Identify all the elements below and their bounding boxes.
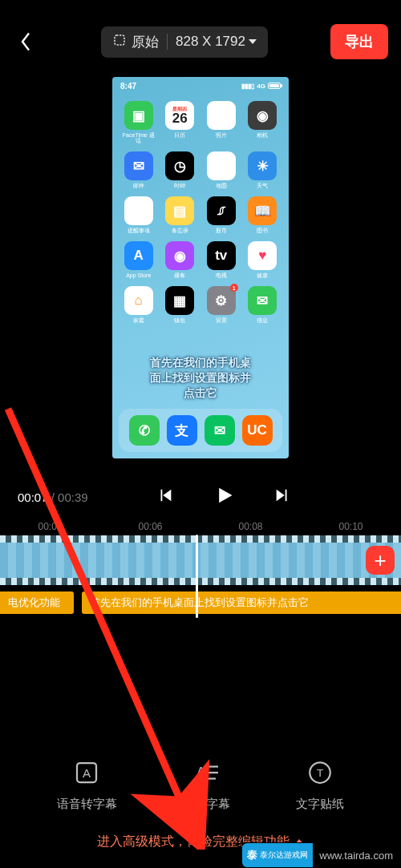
- dimensions-label: 828 X 1792: [176, 34, 245, 50]
- app-icon: ▦: [165, 286, 194, 315]
- tool-strip: A语音转字幕A电影字幕T文字贴纸: [0, 758, 401, 812]
- badge: 1: [230, 284, 238, 292]
- app-label: 家庭: [133, 317, 144, 323]
- app-label: 相机: [257, 132, 268, 138]
- app-icon: A: [124, 241, 153, 270]
- canvas-settings: 原始 828 X 1792: [101, 26, 268, 58]
- app-label: 天气: [257, 183, 268, 188]
- watermark-logo: 泰 泰尔达游戏网: [242, 843, 313, 867]
- app-icon: ◉: [248, 101, 277, 130]
- tool-label: 文字贴纸: [296, 797, 344, 812]
- phone-time: 8:47: [120, 82, 136, 91]
- phone-dock: ✆支✉UC: [119, 409, 282, 452]
- back-button[interactable]: [13, 29, 38, 55]
- tool-voice-sub[interactable]: A语音转字幕: [57, 758, 117, 812]
- rotate-icon: [112, 33, 127, 51]
- subtitle-track: 电优化功能 首先在我们的手机桌面上找到设置图标并点击它: [0, 591, 401, 614]
- ruler-tick: 00:08: [238, 521, 262, 532]
- app-8: ≣提醒事项: [124, 196, 153, 233]
- svg-text:A: A: [83, 766, 91, 780]
- sticker-icon: T: [306, 758, 334, 790]
- app-icon: ⚙1: [207, 286, 236, 315]
- dock-wechat: ✉: [205, 415, 235, 446]
- app-label: 时钟: [174, 183, 185, 188]
- app-label: 照片: [216, 132, 227, 138]
- playback-controls: 00:07 / 00:39: [0, 478, 401, 516]
- app-icon: 星期四26: [165, 101, 194, 130]
- time-current: 00:07: [18, 491, 48, 504]
- app-2: ✿照片: [207, 101, 236, 143]
- app-17: ▦钱包: [165, 286, 194, 323]
- time-total: 00:39: [58, 491, 88, 504]
- subtitle-clip[interactable]: 电优化功能: [0, 591, 74, 614]
- app-icon: ⎎: [207, 196, 236, 225]
- orientation-button[interactable]: 原始: [112, 33, 159, 51]
- prev-frame-button[interactable]: [156, 486, 174, 507]
- app-18: ⚙1设置: [207, 286, 236, 323]
- dimensions-dropdown[interactable]: 828 X 1792: [176, 34, 257, 50]
- app-label: 股市: [216, 228, 227, 233]
- svg-text:A: A: [196, 765, 205, 779]
- app-5: ◷时钟: [165, 151, 194, 188]
- play-button[interactable]: [213, 484, 235, 510]
- app-4: ✉邮件: [124, 151, 153, 188]
- ruler-tick: 00:10: [338, 521, 363, 532]
- app-15: ♥健康: [248, 241, 277, 278]
- app-7: ☀天气: [248, 151, 277, 188]
- app-icon: ☀: [248, 151, 277, 180]
- app-3: ◉相机: [248, 101, 277, 143]
- signal-label: 4G: [257, 83, 265, 90]
- app-0: ▣FaceTime 通话: [120, 101, 157, 143]
- app-icon: ◷: [165, 151, 194, 180]
- tool-label: 语音转字幕: [57, 797, 117, 812]
- app-label: FaceTime 通话: [120, 132, 157, 143]
- app-10: ⎎股市: [207, 196, 236, 233]
- next-frame-button[interactable]: [273, 486, 291, 507]
- dock-alipay: 支: [167, 415, 197, 446]
- app-grid: ▣FaceTime 通话星期四26日历✿照片◉相机✉邮件◷时钟➤地图☀天气≣提醒…: [112, 101, 289, 323]
- svg-text:T: T: [317, 767, 323, 779]
- app-icon: ◉: [165, 241, 194, 270]
- app-label: 备忘录: [172, 228, 188, 233]
- app-icon: ♥: [248, 241, 277, 270]
- playhead[interactable]: [196, 535, 198, 618]
- app-label: App Store: [126, 273, 151, 278]
- dock-phone: ✆: [129, 415, 160, 446]
- app-14: tv电视: [207, 241, 236, 278]
- app-label: 钱包: [174, 317, 185, 323]
- app-icon: ⌂: [124, 286, 153, 315]
- app-icon: ✉: [248, 286, 277, 315]
- tool-movie-sub[interactable]: A电影字幕: [182, 758, 230, 812]
- app-6: ➤地图: [207, 151, 236, 188]
- watermark-url: www.tairda.com: [313, 845, 401, 866]
- app-icon: 📖: [248, 196, 277, 225]
- video-preview[interactable]: 8:47 ▮▮▮▯ 4G ▣FaceTime 通话星期四26日历✿照片◉相机✉邮…: [0, 77, 401, 458]
- add-clip-button[interactable]: +: [366, 546, 395, 575]
- movie-sub-icon: A: [192, 758, 221, 790]
- app-icon: ▣: [124, 101, 153, 130]
- app-label: 提醒事项: [128, 228, 150, 233]
- phone-mock: 8:47 ▮▮▮▯ 4G ▣FaceTime 通话星期四26日历✿照片◉相机✉邮…: [112, 77, 289, 458]
- app-icon: ➤: [207, 151, 236, 180]
- app-label: 地图: [216, 183, 227, 188]
- tool-sticker[interactable]: T文字贴纸: [296, 758, 344, 812]
- tool-label: 电影字幕: [182, 797, 230, 812]
- app-icon: ✉: [124, 151, 153, 180]
- time-ruler: 00:0400:0600:0800:10: [0, 516, 401, 535]
- timeline-track[interactable]: +: [0, 535, 401, 585]
- battery-icon: [268, 83, 281, 89]
- app-label: 信息: [257, 317, 268, 323]
- app-label: 播客: [174, 273, 185, 278]
- app-label: 设置: [216, 317, 227, 323]
- export-button[interactable]: 导出: [330, 24, 388, 59]
- app-icon: ✿: [207, 101, 236, 130]
- timecode: 00:07 / 00:39: [18, 491, 88, 504]
- app-9: ▤备忘录: [165, 196, 194, 233]
- app-icon: ▤: [165, 196, 194, 225]
- video-caption: 首先在我们的手机桌 面上找到设置图标并 点击它: [112, 355, 289, 401]
- app-label: 健康: [257, 273, 268, 278]
- app-label: 邮件: [133, 183, 144, 188]
- subtitle-clip[interactable]: 首先在我们的手机桌面上找到设置图标并点击它: [82, 591, 401, 614]
- app-label: 图书: [257, 228, 268, 233]
- app-icon: tv: [207, 241, 236, 270]
